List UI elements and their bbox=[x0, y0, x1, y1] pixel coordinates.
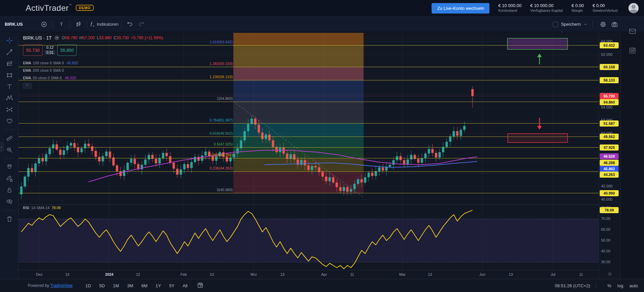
percent-scale-button[interactable]: % bbox=[607, 283, 612, 288]
price-badge: 63.432 bbox=[600, 42, 619, 48]
undo-button[interactable] bbox=[124, 19, 136, 30]
magnifier-plus-icon bbox=[6, 146, 13, 154]
switch-live-account-button[interactable]: Zu Live-Konto wechseln bbox=[432, 3, 489, 14]
buy-button[interactable]: 55.850 bbox=[57, 44, 77, 56]
demo-badge: DEMO bbox=[76, 5, 94, 11]
stat-available-capital: € 10 000.00 Verfügbares Kapital bbox=[530, 3, 563, 13]
forecast-tool[interactable] bbox=[0, 104, 19, 115]
add-symbol-button[interactable] bbox=[38, 19, 50, 30]
time-axis-label: Apr bbox=[321, 272, 327, 276]
range-1y[interactable]: 1Y bbox=[156, 283, 161, 288]
indicators-button[interactable]: ƒx Indikatoren bbox=[90, 19, 118, 30]
mail-button[interactable] bbox=[628, 27, 637, 37]
save-button[interactable]: Speichern bbox=[561, 22, 581, 27]
indicators-label: Indikatoren bbox=[97, 22, 118, 27]
range-6m[interactable]: 6M bbox=[141, 283, 147, 288]
goto-date-button[interactable] bbox=[197, 282, 204, 290]
hide-drawings-tool[interactable] bbox=[0, 196, 19, 207]
remove-drawings-tool[interactable] bbox=[0, 213, 19, 225]
rsi-axis-label: 60.00 bbox=[599, 227, 619, 231]
price-badge: 60.158 bbox=[600, 64, 619, 70]
price-axis[interactable]: 64.00062.00056.00054.00052.00050.00042.0… bbox=[599, 32, 620, 279]
range-1m[interactable]: 1M bbox=[113, 283, 119, 288]
range-1d[interactable]: 1D bbox=[86, 283, 91, 288]
horizontal-lines-tool[interactable] bbox=[0, 58, 19, 69]
emoji-tool[interactable] bbox=[0, 115, 19, 127]
range-3m[interactable]: 3M bbox=[127, 283, 133, 288]
chevron-down-icon[interactable] bbox=[583, 22, 588, 26]
mail-icon bbox=[628, 27, 637, 35]
time-axis-label: 13 bbox=[509, 272, 513, 276]
layout-checkbox[interactable] bbox=[553, 22, 558, 27]
legend-symbol-title[interactable]: BIRK.US · 1T bbox=[23, 35, 52, 41]
time-axis[interactable]: Dez13202412Feb13Mrz13Apr11Mai13Jun13Jul1… bbox=[19, 270, 599, 279]
bottom-toolbar: Powered by TradingView 1D5D1M3M6M1Y5YAll… bbox=[0, 279, 644, 292]
legend-collapse-button[interactable]: ⌃ bbox=[23, 83, 32, 89]
right-sidebar bbox=[620, 32, 644, 279]
trend-line-tool[interactable] bbox=[0, 46, 19, 58]
gear-icon bbox=[600, 21, 606, 28]
magnet-tool[interactable] bbox=[0, 161, 19, 173]
rsi-axis-label: 40.00 bbox=[599, 249, 619, 253]
range-5y[interactable]: 5Y bbox=[169, 283, 175, 288]
axis-settings-icon[interactable] bbox=[607, 271, 613, 277]
time-axis-label: 13 bbox=[428, 272, 432, 276]
ohlc-values: O56.790 H57.200 L53.980 C55.730 +5.790 (… bbox=[62, 36, 163, 40]
time-axis-label: 11 bbox=[579, 272, 583, 276]
spread-display: 0.12 0.01 bbox=[45, 45, 55, 55]
news-button[interactable] bbox=[628, 46, 637, 56]
user-avatar[interactable] bbox=[628, 3, 639, 13]
candlestick-icon bbox=[75, 21, 82, 28]
sidebar-collapse-handle[interactable]: › bbox=[0, 142, 4, 152]
time-axis-label: Jun bbox=[479, 272, 485, 276]
price-badge: 58.133 bbox=[600, 77, 619, 83]
stat-margin: € 0.00 Margin bbox=[572, 3, 584, 13]
lock-drawings-tool[interactable] bbox=[0, 184, 19, 196]
sell-button[interactable]: 55.730 bbox=[23, 44, 43, 56]
chart-type-button[interactable] bbox=[73, 19, 84, 30]
price-axis-label: 54.000 bbox=[599, 105, 619, 109]
time-axis-label: Feb bbox=[181, 272, 187, 276]
text-tool[interactable] bbox=[0, 81, 19, 92]
shapes-tool[interactable] bbox=[0, 69, 19, 81]
symbol-label[interactable]: BIRK.US bbox=[5, 22, 23, 27]
crosshair-tool[interactable] bbox=[0, 35, 19, 46]
log-scale-button[interactable]: log bbox=[617, 283, 623, 288]
stat-balance: € 10 000.00 Kontostand bbox=[498, 3, 522, 13]
screenshot-button[interactable] bbox=[609, 19, 620, 30]
ema-100-row[interactable]: EMA 100 close 0 SMA 9 45.802 bbox=[23, 59, 163, 67]
tradingview-link[interactable]: TradingView bbox=[50, 283, 73, 288]
price-badge: 49.562 bbox=[600, 134, 619, 140]
eye-icon bbox=[6, 198, 13, 205]
stat-label: Margin bbox=[572, 8, 584, 13]
rsi-badge: 78.09 bbox=[600, 207, 619, 213]
redo-button[interactable] bbox=[136, 19, 147, 30]
time-axis-label: Mrz bbox=[251, 272, 257, 276]
interval-button[interactable]: T bbox=[55, 19, 67, 30]
fx-icon: ƒx bbox=[90, 21, 94, 27]
ema-200-row[interactable]: EMA 200 close 0 SMA 9 bbox=[23, 67, 163, 74]
price-badge: 54.860 bbox=[600, 99, 619, 105]
rsi-axis-label: 70.00 bbox=[599, 217, 619, 221]
clock: 08:51:26 (UTC+2) bbox=[555, 283, 590, 288]
rsi-legend[interactable]: RSI 14 SMA 14 78.09 bbox=[23, 206, 61, 210]
drawing-mode-tool[interactable] bbox=[0, 173, 19, 184]
range-all[interactable]: All bbox=[183, 283, 187, 288]
ema-50-row[interactable]: EMA 50 close 0 SMA 9 46.520 bbox=[23, 74, 163, 82]
xabcd-pattern-tool[interactable] bbox=[0, 92, 19, 104]
stat-profit-loss: € 0.00 Gewinn/Verlust bbox=[593, 3, 618, 13]
settings-button[interactable] bbox=[597, 19, 609, 30]
rsi-axis-label: 30.00 bbox=[599, 260, 619, 264]
stat-value: € 0.00 bbox=[593, 3, 618, 8]
stat-value: € 10 000.00 bbox=[530, 3, 563, 8]
stat-value: € 0.00 bbox=[572, 3, 584, 8]
range-5d[interactable]: 5D bbox=[99, 283, 105, 288]
time-axis-label: 13 bbox=[65, 272, 69, 276]
hide-series-icon[interactable]: − bbox=[54, 36, 59, 40]
time-axis-label: 2024 bbox=[105, 272, 113, 276]
parallel-lines-icon bbox=[6, 60, 13, 67]
price-badge: 40.990 bbox=[600, 190, 619, 196]
heart-icon bbox=[6, 117, 13, 125]
auto-scale-button[interactable]: auto bbox=[629, 283, 638, 288]
chart-area[interactable]: 1.618(63.432)1.382(60.158)1.236(58.133)1… bbox=[19, 32, 599, 270]
